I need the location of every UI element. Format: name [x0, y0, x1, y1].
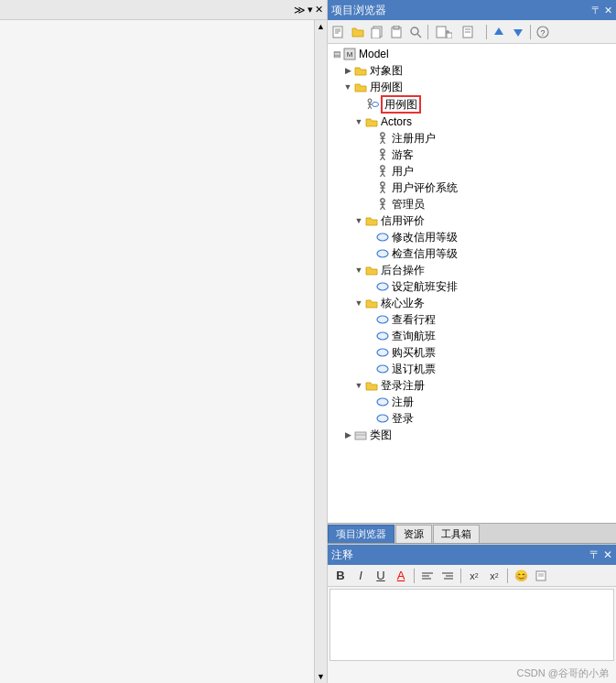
expand-backend[interactable]: ▼: [353, 265, 364, 276]
svg-line-41: [381, 174, 384, 178]
toolbar-btn-folder[interactable]: [349, 23, 367, 41]
tree-item-credit-folder[interactable]: ▼ 信用评价: [328, 212, 616, 229]
tree-item-buy-ticket[interactable]: 购买机票: [328, 344, 616, 361]
actor-user-label: 用户: [392, 164, 414, 179]
tree-item-actor-admin[interactable]: 管理员: [328, 196, 616, 212]
toolbar-btn-list[interactable]: [458, 23, 483, 41]
expand-buy-ticket: [364, 347, 375, 358]
tree-item-class-diagram[interactable]: ▶ 类图: [328, 427, 616, 443]
svg-point-8: [411, 27, 418, 35]
svg-point-57: [377, 332, 388, 340]
toolbar-btn-up[interactable]: [490, 23, 508, 41]
svg-line-52: [383, 207, 385, 211]
tree-item-model[interactable]: ▤ M Model: [328, 46, 616, 62]
expand-modify-credit: [364, 232, 375, 243]
notes-content-area[interactable]: [330, 589, 614, 661]
toolbar-btn-down[interactable]: [509, 23, 527, 41]
tree-item-actor-guest[interactable]: 游客: [328, 146, 616, 163]
svg-point-43: [381, 182, 384, 186]
backend-folder-icon: [364, 263, 379, 277]
tree-item-query-flight[interactable]: 查询航班: [328, 328, 616, 344]
login-icon: [375, 411, 390, 426]
tab-resources[interactable]: 资源: [395, 525, 432, 543]
notes-sep-2: [460, 569, 461, 583]
project-browser-panel: 项目浏览器 〒 ✕: [328, 0, 616, 544]
tab-project-browser[interactable]: 项目浏览器: [328, 525, 394, 543]
scroll-up-arrow[interactable]: ▲: [317, 22, 325, 31]
expand-login[interactable]: ▼: [353, 380, 364, 391]
project-tree[interactable]: ▤ M Model ▶ 对象图 ▼: [328, 44, 616, 523]
notes-superscript[interactable]: x2: [465, 567, 483, 585]
notes-align-right[interactable]: [438, 567, 457, 585]
toolbar-btn-paste[interactable]: [387, 23, 405, 41]
expand-credit[interactable]: ▼: [353, 215, 364, 226]
scroll-bar[interactable]: ▲ ▼: [314, 20, 327, 683]
tree-item-flight-arrange[interactable]: 设定航班安排: [328, 278, 616, 295]
tree-item-check-credit[interactable]: 检查信用等级: [328, 245, 616, 262]
watermark-bar: CSDN @谷哥的小弟: [328, 663, 616, 683]
notes-title: 注释: [331, 547, 353, 563]
notes-subscript[interactable]: x2: [485, 567, 503, 585]
svg-point-27: [373, 103, 379, 107]
svg-line-26: [370, 106, 372, 109]
notes-italic[interactable]: I: [351, 567, 370, 585]
notes-bold[interactable]: B: [331, 567, 350, 585]
scroll-down-arrow[interactable]: ▼: [317, 672, 325, 681]
tree-item-actors-folder[interactable]: ▼ Actors: [328, 114, 616, 130]
dropdown-icon[interactable]: ▾: [308, 4, 313, 16]
svg-point-61: [377, 415, 388, 422]
tree-item-core-folder[interactable]: ▼ 核心业务: [328, 295, 616, 311]
notes-pin-icon[interactable]: 〒 ✕: [589, 547, 612, 563]
tree-item-backend-folder[interactable]: ▼ 后台操作: [328, 262, 616, 278]
tree-item-use-case-diagram[interactable]: 用例图: [328, 95, 616, 114]
svg-line-9: [417, 34, 421, 38]
notes-align-left[interactable]: [418, 567, 437, 585]
actor-user-icon: [375, 164, 390, 179]
toolbar-btn-new[interactable]: [330, 23, 348, 41]
expand-actors[interactable]: ▼: [353, 116, 364, 127]
expand-object[interactable]: ▶: [342, 65, 353, 76]
toolbar-btn-help[interactable]: ?: [534, 23, 552, 41]
svg-point-58: [377, 349, 388, 356]
expand-core[interactable]: ▼: [353, 298, 364, 309]
tree-item-object-diagram[interactable]: ▶ 对象图: [328, 62, 616, 79]
toolbar-btn-search[interactable]: [406, 23, 425, 41]
svg-marker-12: [447, 31, 448, 33]
actor-rating-label: 用户评价系统: [392, 180, 458, 196]
expand-model[interactable]: ▤: [331, 49, 342, 60]
tree-item-use-case-pkg[interactable]: ▼ 用例图: [328, 79, 616, 95]
close-icon[interactable]: ✕: [315, 4, 323, 16]
notes-insert[interactable]: [532, 567, 550, 585]
svg-rect-10: [437, 27, 446, 38]
tree-item-actor-register[interactable]: 注册用户: [328, 130, 616, 146]
expand-use-case-pkg[interactable]: ▼: [342, 81, 353, 92]
svg-line-47: [383, 190, 385, 194]
actor-register-label: 注册用户: [392, 131, 436, 146]
tree-item-actor-rating[interactable]: 用户评价系统: [328, 179, 616, 196]
expand-actor-register: [364, 133, 375, 144]
tree-item-modify-credit[interactable]: 修改信用等级: [328, 229, 616, 245]
browser-tabs: 项目浏览器 资源 工具箱: [328, 523, 616, 543]
notes-underline[interactable]: U: [372, 567, 390, 585]
toolbar-btn-doc[interactable]: [431, 23, 457, 41]
tree-item-actor-user[interactable]: 用户: [328, 163, 616, 179]
tree-item-login[interactable]: 登录: [328, 410, 616, 427]
expand-class[interactable]: ▶: [342, 429, 353, 440]
tab-toolbox[interactable]: 工具箱: [433, 525, 480, 543]
view-route-label: 查看行程: [392, 312, 436, 328]
notes-font-color[interactable]: A: [392, 567, 410, 585]
svg-rect-0: [333, 27, 342, 38]
tab-toolbox-label: 工具箱: [441, 527, 471, 541]
tree-item-cancel-ticket[interactable]: 退订机票: [328, 361, 616, 377]
pin-icon[interactable]: 〒 ✕: [591, 4, 612, 17]
svg-line-46: [381, 190, 384, 194]
svg-point-33: [381, 149, 384, 153]
tree-item-register[interactable]: 注册: [328, 394, 616, 410]
notes-sep-1: [414, 569, 415, 583]
tree-item-login-folder[interactable]: ▼ 登录注册: [328, 377, 616, 394]
notes-emoji[interactable]: 😊: [512, 567, 530, 585]
collapse-icon[interactable]: ≫: [294, 4, 306, 16]
toolbar-btn-copy[interactable]: [368, 23, 386, 41]
actors-folder-label: Actors: [381, 115, 412, 128]
tree-item-view-route[interactable]: 查看行程: [328, 311, 616, 328]
